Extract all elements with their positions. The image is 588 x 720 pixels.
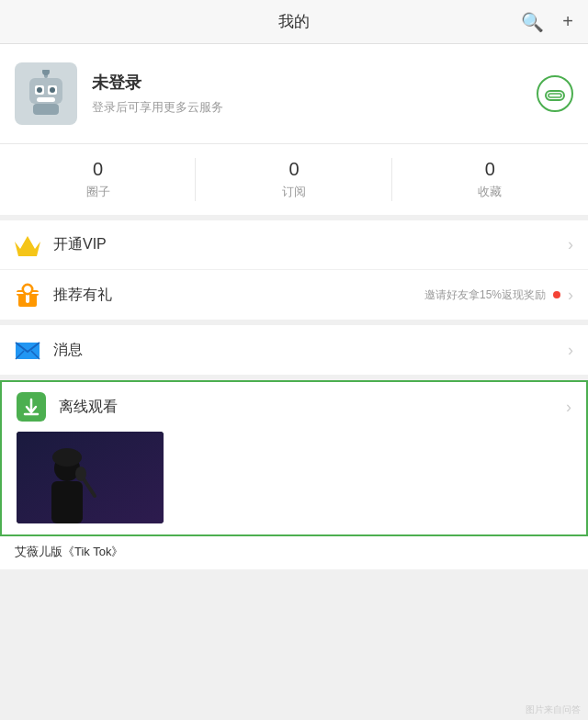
svg-rect-8 [33,104,59,115]
svg-point-5 [37,87,42,93]
profile-subtitle: 登录后可享用更多云服务 [92,99,522,116]
svg-point-6 [50,87,55,93]
messages-arrow-icon: › [568,341,573,360]
vip-menu-item[interactable]: 开通VIP › [0,220,588,270]
download-arrow-icon [22,398,40,416]
add-icon[interactable]: + [562,11,573,32]
recommend-label: 推荐有礼 [53,286,424,305]
thumbnail-image [17,432,164,523]
messages-right: › [568,341,573,360]
subscriptions-count: 0 [196,159,391,180]
offline-menu-item[interactable]: 离线观看 › [2,382,586,432]
stats-section: 0 圈子 0 订阅 0 收藏 [0,144,588,220]
svg-point-30 [75,467,86,481]
offline-arrow-icon: › [566,398,571,417]
subscriptions-label: 订阅 [196,184,391,200]
recommend-arrow-icon: › [568,286,573,305]
thumbnail-bg [17,432,164,523]
messages-label: 消息 [53,341,568,360]
recommend-menu-item[interactable]: 推荐有礼 邀请好友拿15%返现奖励 › [0,270,588,320]
offline-label: 离线观看 [59,398,566,417]
svg-rect-25 [17,432,164,523]
circles-count: 0 [0,159,196,180]
messages-envelope-icon [15,337,40,363]
svg-rect-12 [18,251,37,256]
stat-circles[interactable]: 0 圈子 [0,144,196,215]
offline-right: › [566,398,571,417]
vip-arrow-icon: › [568,235,573,254]
header-icon-group: 🔍 + [521,11,573,33]
watermark: 图片来自问答 [526,703,581,716]
vip-right: › [568,235,573,254]
messages-section: 消息 › [0,325,588,375]
svg-rect-7 [37,97,55,102]
messages-menu-item[interactable]: 消息 › [0,325,588,375]
profile-info: 未登录 登录后可享用更多云服务 [92,72,522,116]
svg-rect-27 [51,481,83,523]
vip-crown-icon [15,232,40,258]
favorites-count: 0 [392,159,588,180]
recommend-right: 邀请好友拿15%返现奖励 › [424,286,573,305]
video-title-text: 艾薇儿版《Tik Tok》 [15,545,123,558]
header: 我的 🔍 + [0,0,588,44]
circles-label: 圈子 [0,184,196,200]
profile-name: 未登录 [92,72,522,94]
stat-subscriptions[interactable]: 0 订阅 [196,144,391,215]
header-title: 我的 [278,11,310,32]
search-icon[interactable]: 🔍 [521,11,544,33]
svg-point-1 [42,70,50,75]
svg-rect-10 [548,94,561,97]
gift-icon [15,282,40,308]
vip-label: 开通VIP [53,235,568,254]
recommend-text: 邀请好友拿15%返现奖励 [424,287,546,303]
stat-favorites[interactable]: 0 收藏 [392,144,588,215]
favorites-label: 收藏 [392,184,588,200]
download-icon [17,392,46,422]
video-thumbnail[interactable] [17,432,164,523]
avatar [15,62,77,125]
svg-point-28 [52,448,82,467]
offline-section: 离线观看 › [0,380,588,536]
cloud-service-icon[interactable] [537,75,573,112]
robot-avatar-icon [22,70,70,118]
video-title-area: 艾薇儿版《Tik Tok》 [0,536,588,569]
recommend-red-dot [553,291,560,298]
profile-section[interactable]: 未登录 登录后可享用更多云服务 [0,44,588,144]
vip-recommend-section: 开通VIP › 推荐有礼 邀请好友拿15%返现奖励 › [0,220,588,320]
cloud-icon-svg [545,86,565,101]
